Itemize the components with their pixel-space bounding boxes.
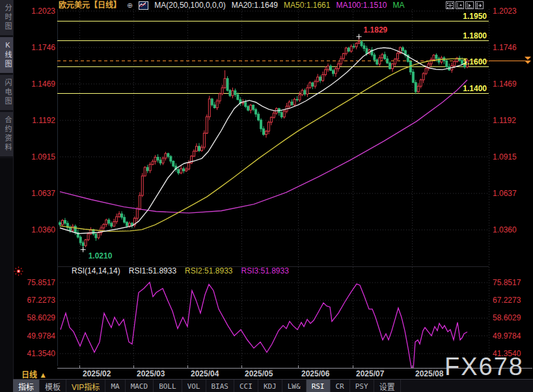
price-tick-right-3: 1.1469 — [493, 79, 532, 89]
toolbar-tab-设置[interactable]: 设置 — [374, 380, 401, 392]
sidebar-item-3[interactable]: 闪电图 — [0, 75, 13, 112]
toolbar-tab-LW&[interactable]: LW& — [282, 380, 307, 392]
indicator-toolbar: 指标模板VIP指标MAMACDBOLLVOLBIASCCIKDJLW&RSICR… — [13, 379, 533, 392]
rsi-tick-left-1: 75.8517 — [17, 278, 55, 287]
x-axis-tick-1 — [79, 365, 80, 368]
date-label-1: 2025/02 — [83, 369, 111, 378]
toolbar-tab-CCI[interactable]: CCI — [234, 380, 258, 392]
date-label-5: 2025/06 — [301, 369, 329, 378]
toolbar-tab-MACD[interactable]: MACD — [126, 380, 154, 392]
sidebar-item-1[interactable]: 分时图 — [0, 0, 13, 37]
rsi-tick-right-1: 75.8517 — [493, 278, 532, 287]
price-tick-left-5: 1.0915 — [17, 152, 55, 161]
sidebar: 分时图K线图闪电图合约资料 — [0, 0, 14, 392]
price-tick-right-2: 1.1746 — [493, 43, 532, 52]
rsi-tick-left-3: 58.6029 — [17, 313, 55, 322]
date-label-2: 2025/03 — [137, 369, 165, 378]
rsi-hot-icon[interactable] — [14, 266, 23, 276]
x-axis-tick-4 — [241, 365, 242, 368]
rsi-tick-right-3: 58.6029 — [493, 313, 532, 322]
ma-value-4: MA — [392, 1, 404, 10]
x-axis-tick-2 — [133, 365, 134, 368]
ma-indicator-icon[interactable] — [139, 1, 148, 10]
toolbar-tab-RSI[interactable]: RSI — [307, 380, 331, 392]
rsi-tick-left-2: 67.2273 — [17, 296, 55, 305]
toolbar-tab-BIAS[interactable]: BIAS — [206, 380, 235, 392]
ma-value-2: MA50:1.1661 — [284, 1, 330, 10]
x-axis-tick-6 — [353, 365, 353, 368]
price-tick-left-1: 1.2023 — [17, 7, 55, 16]
ma-readouts: MA20:1.1649MA50:1.1661MA100:1.1510MA — [232, 1, 405, 10]
exit-chart-icon[interactable] — [475, 1, 484, 9]
rsi-value-1: RSI1:51.8933 — [129, 266, 176, 276]
toolbar-tab-CR[interactable]: CR — [331, 380, 350, 392]
price-marker-icon — [525, 57, 531, 64]
x-axis-tick-5 — [298, 365, 299, 368]
chart-window: 分时图K线图闪电图合约资料 欧元美元【日线】 ⊕ MA(20,50,100,0,… — [0, 0, 533, 392]
level-label-1.1950: 1.1950 — [422, 12, 487, 21]
x-axis-zoom-icon[interactable] — [465, 1, 474, 9]
rsi-tick-left-4: 49.9784 — [17, 331, 55, 341]
ma-value-3: MA100:1.1510 — [336, 1, 387, 10]
price-tick-left-7: 1.0360 — [17, 225, 55, 234]
toolbar-tab-指标[interactable]: 指标 — [13, 380, 40, 392]
period-selector[interactable]: 日线 ▲ — [21, 369, 47, 380]
circle-plus-icon[interactable]: ⊕ — [127, 1, 133, 10]
high-annotation: 1.1829 — [364, 25, 388, 35]
rsi-tick-right-4: 49.9784 — [493, 331, 532, 341]
x-axis-tick-7 — [412, 365, 413, 368]
rsi-formula: RSI(14,14,14) — [72, 266, 120, 276]
low-annotation: 1.0210 — [89, 251, 113, 260]
chart-header: 欧元美元【日线】 ⊕ MA(20,50,100,0,0,0) MA20:1.16… — [59, 1, 404, 10]
date-label-7: 2025/08 — [415, 369, 443, 378]
rsi-tick-left-5: 41.3540 — [17, 349, 55, 358]
date-label-6: 2025/07 — [356, 369, 384, 378]
price-tick-left-6: 1.0637 — [17, 189, 55, 198]
level-label-1.1800: 1.1800 — [422, 31, 487, 40]
toolbar-tab-MA[interactable]: MA — [105, 380, 125, 392]
chart-toolbar-icons — [446, 1, 484, 9]
price-tick-right-1: 1.2023 — [493, 7, 532, 16]
sidebar-item-2[interactable]: K线图 — [0, 37, 13, 75]
rsi-readouts: RSI1:51.8933RSI2:51.8933RSI3:51.8933 — [129, 266, 289, 276]
toolbar-tab-PSY[interactable]: PSY — [350, 380, 374, 392]
rsi-value-3: RSI3:51.8933 — [241, 266, 289, 276]
price-tick-left-3: 1.1469 — [17, 79, 55, 89]
price-tick-right-6: 1.0637 — [493, 189, 532, 198]
rsi-tick-right-2: 67.2273 — [493, 296, 532, 305]
toolbar-tab-VOL[interactable]: VOL — [182, 380, 206, 392]
toolbar-tab-模板[interactable]: 模板 — [40, 380, 66, 392]
rsi-header: RSI(14,14,14) RSI1:51.8933RSI2:51.8933RS… — [72, 266, 289, 276]
price-tick-left-2: 1.1746 — [17, 43, 55, 52]
level-label-1.1400: 1.1400 — [422, 84, 487, 93]
toolbar-tab-KDJ[interactable]: KDJ — [258, 380, 282, 392]
date-label-4: 2025/05 — [245, 369, 273, 378]
ma-formula: MA(20,50,100,0,0,0) — [154, 1, 225, 10]
ma-value-1: MA20:1.1649 — [232, 1, 278, 10]
price-tick-left-4: 1.1192 — [17, 116, 55, 125]
price-tick-right-5: 1.0915 — [493, 152, 532, 161]
toolbar-tab-BOLL[interactable]: BOLL — [154, 380, 182, 392]
rsi-value-2: RSI2:51.8933 — [185, 266, 232, 276]
date-label-3: 2025/04 — [191, 369, 219, 378]
price-tick-right-7: 1.0360 — [493, 225, 532, 234]
x-axis-tick-3 — [187, 365, 188, 368]
sidebar-item-4[interactable]: 合约资料 — [0, 112, 13, 158]
level-label-1.1600: 1.1600 — [422, 57, 487, 66]
price-tick-right-4: 1.1192 — [493, 116, 532, 125]
toolbar-tab-VIP指标[interactable]: VIP指标 — [66, 380, 105, 392]
y-axis-zoom-icon[interactable] — [456, 1, 464, 9]
watermark: FX678 — [444, 353, 524, 381]
symbol-title: 欧元美元【日线】 — [59, 1, 121, 10]
crosshair-pan-icon[interactable] — [446, 1, 454, 9]
